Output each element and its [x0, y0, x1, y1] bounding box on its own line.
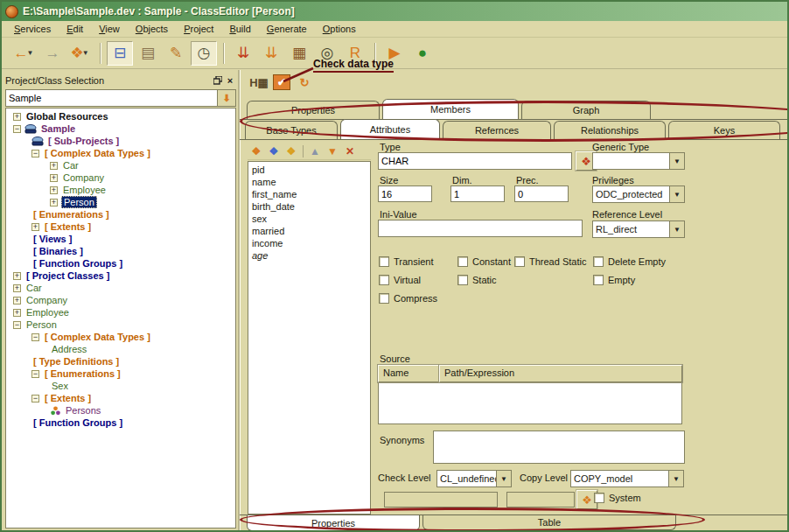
- checkbox-box[interactable]: [593, 275, 604, 285]
- compress-checkbox[interactable]: Compress: [379, 293, 437, 304]
- collapse-icon[interactable]: −: [13, 321, 21, 329]
- system-checkbox[interactable]: System: [594, 493, 641, 503]
- export-button[interactable]: ⇊: [258, 41, 284, 66]
- copy-level-select[interactable]: COPY_model ▼: [570, 470, 684, 487]
- check-level-select[interactable]: CL_undefined ▼: [436, 470, 512, 487]
- tree-item-extents[interactable]: +[ Extents ]: [6, 220, 235, 233]
- add-attribute-button[interactable]: ❖: [248, 144, 265, 159]
- collapse-icon[interactable]: −: [13, 125, 21, 133]
- tree-item-enumerations[interactable]: −[ Enumerations ]: [6, 368, 235, 380]
- attribute-item-birth-date[interactable]: birth_date: [252, 200, 367, 213]
- attribute-item-name[interactable]: name: [252, 176, 367, 188]
- checkbox-box[interactable]: [593, 256, 604, 267]
- tree-item-binaries[interactable]: [ Binaries ]: [6, 245, 235, 257]
- dim-input[interactable]: [454, 189, 501, 200]
- menu-item-build[interactable]: Build: [222, 22, 257, 36]
- expand-icon[interactable]: +: [13, 284, 21, 292]
- expand-icon[interactable]: +: [50, 174, 58, 182]
- prec-input[interactable]: [518, 189, 565, 200]
- close-panel-icon[interactable]: ×: [224, 74, 236, 86]
- tree-item-function-groups[interactable]: [ Function Groups ]: [6, 416, 235, 429]
- tree-item-enumerations[interactable]: [ Enumerations ]: [6, 208, 235, 220]
- synonyms-field[interactable]: [433, 430, 685, 464]
- attribute-item-income[interactable]: income: [252, 237, 367, 249]
- tree-item-person[interactable]: +Person: [6, 196, 235, 208]
- ini-value-input[interactable]: [381, 223, 579, 234]
- move-up-button[interactable]: ▲: [306, 144, 324, 159]
- combo-dropdown-icon[interactable]: ⬇: [218, 89, 236, 107]
- class-tree-button[interactable]: ⊟: [107, 41, 133, 66]
- monitor-button[interactable]: ◷: [191, 41, 217, 66]
- tree-item-employee[interactable]: +Employee: [6, 306, 235, 318]
- tree-item-project-classes[interactable]: +[ Project Classes ]: [6, 270, 235, 282]
- tree-item-company[interactable]: +Company: [6, 294, 235, 306]
- collapse-icon[interactable]: −: [31, 150, 39, 158]
- tree-item-global-resources[interactable]: +Global Resources: [6, 110, 235, 122]
- compile-button[interactable]: ▦: [286, 41, 312, 66]
- constant-checkbox[interactable]: Constant: [457, 256, 511, 267]
- menu-item-services[interactable]: Services: [7, 22, 58, 36]
- generic-type-select[interactable]: ▼: [592, 152, 685, 170]
- expand-icon[interactable]: +: [13, 272, 21, 280]
- revert-button[interactable]: ↻: [294, 73, 315, 92]
- checkbox-box[interactable]: [457, 275, 468, 285]
- tree-item-complex-data-types[interactable]: −[ Complex Data Types ]: [6, 331, 235, 343]
- move-down-button[interactable]: ▼: [324, 144, 341, 159]
- subtab-base-types[interactable]: Base Types: [245, 121, 338, 139]
- type-input[interactable]: [381, 156, 569, 166]
- menu-item-generate[interactable]: Generate: [260, 22, 314, 36]
- subtab-relationships[interactable]: Relationships: [554, 121, 666, 139]
- empty-checkbox[interactable]: Empty: [593, 275, 635, 285]
- tree-item-sample[interactable]: −Sample: [6, 122, 235, 135]
- tab-graph[interactable]: Graph: [521, 101, 651, 119]
- checkbox-box[interactable]: [594, 493, 604, 503]
- tree-item-type-definitions[interactable]: [ Type Definitions ]: [6, 355, 235, 368]
- object-browser-button[interactable]: ❖▼: [67, 41, 94, 66]
- bottomtab-table[interactable]: Table: [422, 515, 676, 530]
- privileges-select[interactable]: ODC_protected ▼: [592, 186, 685, 203]
- tree-item-employee[interactable]: +Employee: [6, 184, 235, 196]
- bottomtab-properties[interactable]: Properties: [247, 515, 420, 531]
- expand-icon[interactable]: +: [13, 113, 21, 121]
- editor-button[interactable]: ✎: [163, 41, 189, 66]
- tree-item-complex-data-types[interactable]: −[ Complex Data Types ]: [6, 147, 235, 159]
- expand-icon[interactable]: +: [50, 186, 58, 194]
- menu-item-objects[interactable]: Objects: [129, 22, 175, 36]
- tree-item-company[interactable]: +Company: [6, 172, 235, 184]
- delete-attribute-button[interactable]: ✕: [341, 144, 359, 159]
- tab-members[interactable]: Members: [382, 99, 519, 119]
- expand-icon[interactable]: +: [50, 199, 58, 206]
- attribute-item-age[interactable]: age: [252, 249, 367, 262]
- back-button[interactable]: ←▼: [11, 41, 38, 66]
- source-col-name[interactable]: Name: [378, 365, 439, 382]
- tree-item-sex[interactable]: Sex: [6, 380, 235, 392]
- tree-item-person[interactable]: −Person: [6, 318, 235, 331]
- static-checkbox[interactable]: Static: [457, 275, 497, 285]
- chevron-down-icon[interactable]: ▼: [496, 471, 511, 486]
- menu-item-project[interactable]: Project: [177, 22, 220, 36]
- menu-item-options[interactable]: Options: [316, 22, 363, 36]
- browser-button[interactable]: ▤: [135, 41, 161, 66]
- delete-empty-checkbox[interactable]: Delete Empty: [593, 256, 666, 267]
- checkbox-box[interactable]: [514, 256, 525, 267]
- reference-level-select[interactable]: RL_direct ▼: [592, 220, 685, 238]
- checkbox-box[interactable]: [379, 275, 389, 285]
- checkbox-box[interactable]: [379, 256, 389, 267]
- check-datatype-button[interactable]: ✔: [273, 74, 290, 90]
- status-toggle-button[interactable]: ●: [409, 41, 436, 66]
- tree-item-function-groups[interactable]: [ Function Groups ]: [6, 257, 235, 270]
- source-col-path[interactable]: Path/Expression: [439, 365, 682, 382]
- header-generate-button[interactable]: H▦: [248, 73, 269, 92]
- subtab-attributes[interactable]: Attributes: [340, 119, 440, 139]
- dropdown-arrow-icon[interactable]: ▼: [27, 49, 34, 57]
- menu-item-view[interactable]: View: [92, 22, 127, 36]
- collapse-icon[interactable]: −: [31, 370, 39, 378]
- virtual-checkbox[interactable]: Virtual: [379, 275, 421, 285]
- import-button[interactable]: ⇊: [230, 41, 256, 66]
- expand-icon[interactable]: +: [31, 223, 39, 231]
- attribute-item-sex[interactable]: sex: [252, 213, 367, 225]
- attribute-item-pid[interactable]: pid: [252, 164, 367, 176]
- chevron-down-icon[interactable]: ▼: [669, 221, 684, 237]
- attribute-item-married[interactable]: married: [252, 225, 367, 237]
- expand-icon[interactable]: +: [13, 297, 21, 304]
